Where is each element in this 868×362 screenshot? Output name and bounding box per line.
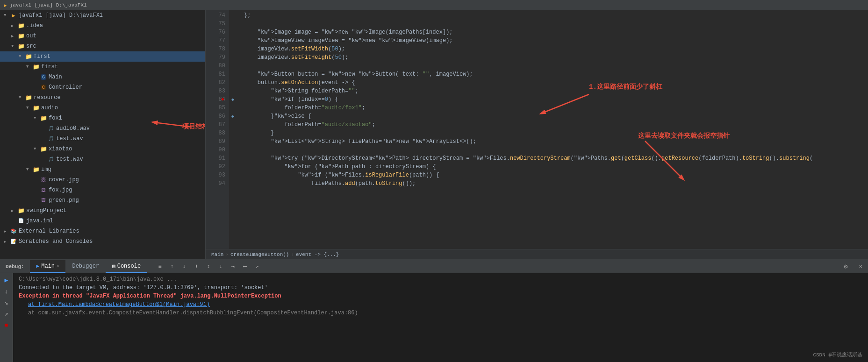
tree-arrow-img: ▼ (26, 167, 32, 172)
tree-arrow-audio: ▼ (26, 106, 32, 110)
tree-icon-fox1: 📁 (39, 115, 48, 122)
stop-btn[interactable]: ■ (1, 320, 12, 330)
tree-item-swingProject[interactable]: ▶📁swingProject (0, 206, 205, 216)
toolbar-up-btn[interactable]: ↑ (167, 262, 177, 272)
tree-item-fox1[interactable]: ▼📁fox1 (0, 113, 205, 123)
tree-item-Controller[interactable]: CController (0, 82, 205, 92)
tree-item-src[interactable]: ▼📁src (0, 41, 205, 51)
step-out-btn2[interactable]: ↗ (1, 309, 12, 319)
debug-tab-icon: ▶ (36, 263, 40, 269)
tree-icon-greenpng: 🖼 (39, 197, 48, 204)
line-num-92: 92 (206, 163, 225, 171)
code-line-87: folderPath="audio/xiaotao"; (244, 121, 868, 129)
code-line-74: }; (244, 11, 868, 20)
code-line-85: folderPath="audio/fox1"; (244, 104, 868, 112)
resume-btn[interactable]: ▶ (1, 275, 12, 285)
tree-item-testwav[interactable]: 🎵test.wav (0, 134, 205, 144)
tree-item-testwav2[interactable]: 🎵test.wav (0, 154, 205, 164)
gutter-90 (229, 146, 237, 154)
tree-item-img[interactable]: ▼📁img (0, 164, 205, 175)
tree-item-javaiml[interactable]: 📄java.iml (0, 216, 205, 226)
gutter-86: ◆ (229, 112, 237, 121)
debug-settings-btn[interactable]: ⚙ (838, 263, 853, 270)
tree-icon-coverjpg: 🖼 (39, 177, 48, 183)
tree-icon-audio0wav: 🎵 (47, 125, 55, 132)
tree-icon-img: 📁 (32, 166, 40, 173)
tree-label-src: src (26, 43, 36, 50)
tree-arrow-scratches: ▶ (4, 239, 9, 244)
tree-label-audio: audio (41, 105, 58, 111)
tree-item-xiaotao[interactable]: ▼📁xiaotao (0, 144, 205, 154)
tree-label-out: out (26, 33, 36, 39)
tab-console[interactable]: ▤ Console (106, 260, 147, 273)
tree-icon-Main: G (39, 74, 48, 80)
line-num-81: 81 (206, 70, 225, 78)
debug-close-btn[interactable]: ✕ (854, 263, 868, 270)
tree-item-Main[interactable]: GMain (0, 72, 205, 82)
tree-arrow-idea: ▶ (11, 23, 17, 28)
tree-arrow-first-sub: ▼ (26, 64, 32, 69)
tree-item-first-pkg[interactable]: ▼📁first (0, 51, 205, 62)
line-num-80: 80 (206, 62, 225, 70)
step-into-btn[interactable]: ↘ (1, 298, 12, 308)
gutter-79 (229, 53, 237, 62)
line-num-91: 91 (206, 154, 225, 163)
debug-tab-label: Main (41, 263, 55, 270)
breadcrumb-lambda: event -> {...} (296, 252, 339, 257)
tree-item-javafx1[interactable]: ▼▶javafx1 [java] D:\javaFX1 (0, 10, 205, 21)
breadcrumb-method: createImageButton() (230, 252, 289, 257)
tree-item-out[interactable]: ▶📁out (0, 31, 205, 41)
tree-item-scratches[interactable]: ▶📝Scratches and Consoles (0, 236, 205, 247)
code-line-82: button.setOnAction(event -> { (244, 78, 868, 87)
tab-debugger[interactable]: Debugger (65, 260, 106, 273)
step-over-btn2[interactable]: ↓ (1, 286, 12, 297)
tree-icon-extLibs: 📚 (9, 228, 18, 234)
tree-label-swingProject: swingProject (26, 207, 66, 214)
tree-arrow-src: ▼ (11, 44, 17, 49)
tree-arrow-extLibs: ▶ (4, 229, 9, 234)
tree-icon-javafx1: ▶ (9, 12, 18, 19)
tree-item-resource[interactable]: ▼📁resource (0, 92, 205, 103)
gutter-84: ◆ (229, 95, 237, 104)
tree-item-greenpng[interactable]: 🖼green.png (0, 195, 205, 206)
tree-icon-testwav2: 🎵 (47, 156, 55, 163)
tree-item-foxjpg[interactable]: 🖼fox.jpg (0, 185, 205, 195)
tree-item-coverjpg[interactable]: 🖼cover.jpg (0, 175, 205, 185)
line-num-86: 86 (206, 112, 225, 121)
gutter-89 (229, 137, 237, 146)
gutter-82 (229, 78, 237, 87)
tree-item-first-sub[interactable]: ▼📁first (0, 62, 205, 72)
gutter-87 (229, 121, 237, 129)
toolbar-resume-btn[interactable]: ↗ (252, 262, 262, 272)
code-line-84: "kw">if (index==0) { (244, 95, 868, 104)
line-num-94: 94 (206, 179, 225, 188)
line-num-88: 88 (206, 129, 225, 137)
toolbar-run-cursor-btn[interactable]: ⇥ (228, 262, 238, 272)
debug-tab-close[interactable]: ✕ (57, 263, 59, 269)
tree-icon-swingProject: 📁 (17, 207, 25, 214)
console-line: at com.sun.javafx.event.CompositeEventHa… (19, 309, 862, 317)
debug-main-tab[interactable]: ▶ Main ✕ (30, 260, 66, 273)
line-num-82: 82 (206, 78, 225, 87)
toolbar-menu-btn[interactable]: ≡ (155, 262, 165, 272)
tree-icon-resource: 📁 (24, 94, 33, 101)
tree-item-extLibs[interactable]: ▶📚External Libraries (0, 226, 205, 236)
tree-item-idea[interactable]: ▶📁.idea (0, 21, 205, 31)
line-num-77: 77 (206, 36, 225, 45)
tree-item-audio0wav[interactable]: 🎵audio0.wav (0, 123, 205, 134)
code-line-92: "kw">for ("kw">Path path : directoryStre… (244, 163, 868, 171)
toolbar-down-btn[interactable]: ↓ (179, 262, 189, 272)
toolbar-step-over-btn[interactable]: ⬇ (191, 262, 201, 272)
code-content: }; "kw">Image image = "kw">new "kw">Imag… (237, 10, 868, 249)
toolbar-back-btn[interactable]: ⟵ (240, 262, 250, 272)
console-icon: ▤ (112, 263, 115, 269)
tree-arrow-first-pkg: ▼ (19, 54, 24, 59)
toolbar-step-btn[interactable]: ↕ (203, 262, 214, 272)
app-window: ▶ javafx1 [java] D:\javaFX1 ▼▶javafx1 [j… (0, 0, 868, 362)
code-editor[interactable]: 7475767778798081828384858687888990919293… (206, 10, 868, 249)
toolbar-step-out-btn[interactable]: ↓ (215, 262, 226, 272)
code-line-79: imageView.setFitHeight(50); (244, 53, 868, 62)
debug-toolbar: ≡ ↑ ↓ ⬇ ↕ ↓ ⇥ ⟵ ↗ (151, 262, 266, 272)
tree-item-audio[interactable]: ▼📁audio (0, 103, 205, 113)
tree-label-javaiml: java.iml (26, 218, 53, 224)
